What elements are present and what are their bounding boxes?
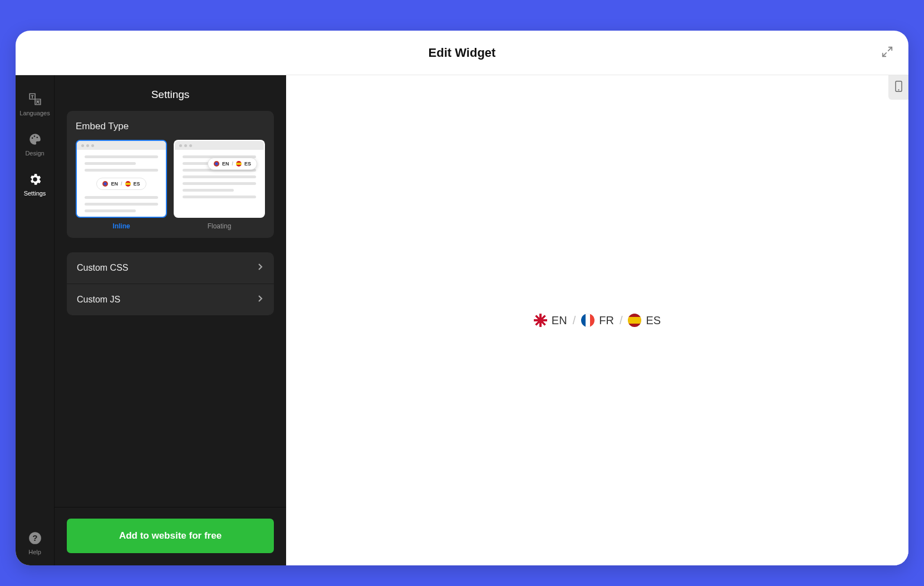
translate-icon (28, 92, 42, 106)
svg-text:?: ? (32, 533, 37, 543)
flag-en-icon (214, 161, 219, 167)
preview-area: EN / FR / ES (286, 75, 908, 565)
flag-es-icon (125, 181, 131, 187)
embed-type-card: Embed Type (67, 111, 274, 238)
embed-floating-thumb: EN / ES (174, 140, 265, 218)
rail-item-label: Languages (19, 110, 50, 116)
modal-title: Edit Widget (429, 46, 496, 60)
row-label: Custom JS (77, 295, 120, 305)
chevron-right-icon (257, 295, 264, 305)
modal-header: Edit Widget (16, 31, 908, 75)
add-to-website-button[interactable]: Add to website for free (67, 519, 274, 553)
flag-uk-icon (534, 314, 547, 327)
rail-item-label: Design (25, 150, 44, 157)
flag-fr-icon (581, 314, 594, 327)
rail-item-languages[interactable]: Languages (16, 82, 55, 122)
lang-item-fr[interactable]: FR (581, 314, 614, 327)
svg-point-0 (31, 138, 33, 139)
flag-es-icon (628, 314, 641, 327)
panel-title: Settings (55, 75, 286, 111)
separator: / (573, 314, 576, 327)
lang-code: EN (552, 314, 567, 327)
palette-icon (28, 132, 42, 146)
embed-inline-thumb: EN / ES (76, 140, 167, 218)
rail-item-design[interactable]: Design (16, 122, 55, 162)
device-mobile-toggle[interactable] (888, 75, 908, 100)
thumb-pill: EN / ES (96, 178, 146, 190)
row-label: Custom CSS (77, 263, 128, 273)
rail-item-settings[interactable]: Settings (16, 162, 55, 202)
embed-type-options: EN / ES Inline (76, 140, 265, 230)
side-rail: Languages Design Settings ? Help (16, 75, 55, 565)
settings-rows: Custom CSS Custom JS (67, 252, 274, 315)
svg-point-2 (36, 136, 38, 138)
embed-option-inline[interactable]: EN / ES Inline (76, 140, 167, 230)
embed-option-label: Floating (208, 222, 232, 230)
lang-code: ES (646, 314, 661, 327)
separator: / (620, 314, 623, 327)
modal-body: Languages Design Settings ? Help (16, 75, 908, 565)
edit-widget-modal: Edit Widget Languages D (16, 31, 908, 565)
thumb-pill: EN / ES (208, 158, 257, 170)
row-custom-css[interactable]: Custom CSS (67, 252, 274, 284)
expand-button[interactable] (879, 45, 895, 61)
chevron-right-icon (257, 263, 264, 273)
panel-content: Embed Type (55, 111, 286, 507)
flag-en-icon (102, 181, 108, 187)
lang-item-en[interactable]: EN (534, 314, 567, 327)
rail-item-label: Settings (24, 190, 46, 197)
embed-type-title: Embed Type (76, 121, 265, 132)
lang-item-es[interactable]: ES (628, 314, 661, 327)
flag-es-icon (236, 161, 242, 167)
embed-option-floating[interactable]: EN / ES Floating (174, 140, 265, 230)
mobile-icon (894, 80, 903, 95)
help-icon: ? (28, 531, 42, 545)
svg-point-1 (33, 135, 35, 137)
gear-icon (28, 172, 42, 187)
expand-icon (881, 46, 893, 60)
language-widget: EN / FR / ES (534, 314, 661, 327)
lang-code: FR (599, 314, 614, 327)
embed-option-label: Inline (112, 222, 130, 230)
rail-item-help[interactable]: ? Help (16, 521, 55, 565)
settings-panel: Settings Embed Type (55, 75, 286, 565)
row-custom-js[interactable]: Custom JS (67, 284, 274, 315)
rail-item-label: Help (28, 549, 41, 555)
panel-footer: Add to website for free (55, 507, 286, 565)
